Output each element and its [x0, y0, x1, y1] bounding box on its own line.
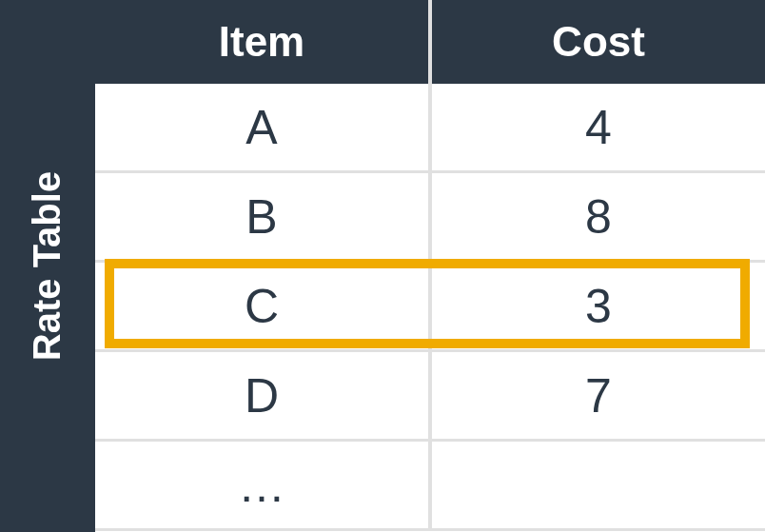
cell-cost: 4: [432, 84, 765, 170]
cell-item: B: [95, 173, 432, 260]
table-row: C 3: [95, 263, 765, 352]
cell-cost: 8: [432, 173, 765, 260]
column-header-item: Item: [95, 0, 432, 84]
cell-item: A: [95, 84, 432, 170]
table-title: Rate Table: [27, 171, 69, 361]
cell-cost: [432, 442, 765, 528]
table-row: …: [95, 442, 765, 531]
table-body: A 4 B 8 C 3 D 7 …: [95, 84, 765, 532]
table-header-row: Item Cost: [95, 0, 765, 84]
cell-item: …: [95, 442, 432, 528]
table-row: D 7: [95, 352, 765, 442]
cell-cost: 3: [432, 263, 765, 349]
table-row: A 4: [95, 84, 765, 173]
cell-cost: 7: [432, 352, 765, 439]
rate-table: Item Cost A 4 B 8 C 3 D 7 …: [95, 0, 765, 532]
cell-item: C: [95, 263, 432, 349]
table-row: B 8: [95, 173, 765, 263]
cell-item: D: [95, 352, 432, 439]
column-header-cost: Cost: [432, 0, 765, 84]
sidebar: Rate Table: [0, 0, 95, 532]
